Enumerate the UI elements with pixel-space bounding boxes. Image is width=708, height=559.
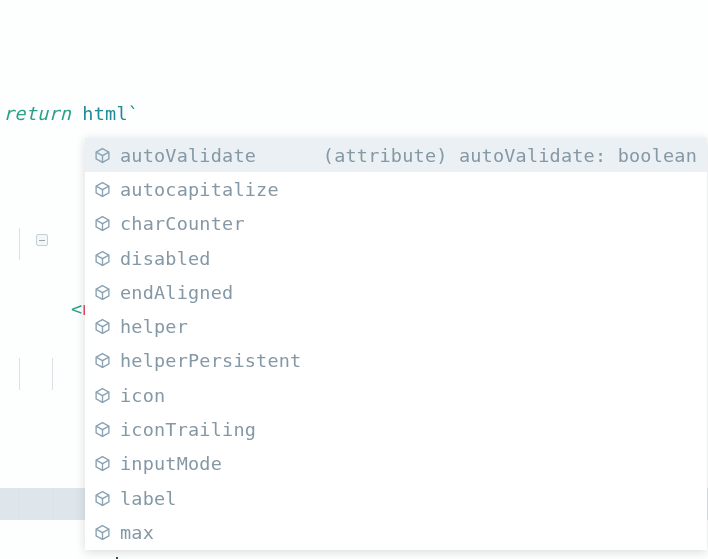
autocomplete-item-label: label [120, 488, 177, 509]
autocomplete-popup[interactable]: autoValidate(attribute) autoValidate: bo… [85, 138, 707, 550]
cube-icon [94, 250, 111, 267]
autocomplete-item-label: autoValidate [120, 145, 256, 166]
autocomplete-item-label: disabled [120, 248, 211, 269]
backtick: ` [128, 103, 139, 124]
indent-guide [19, 358, 20, 391]
autocomplete-item[interactable]: label [85, 481, 707, 515]
autocomplete-item[interactable]: helper [85, 309, 707, 343]
autocomplete-item[interactable]: iconTrailing [85, 412, 707, 446]
autocomplete-item-label: helper [120, 316, 188, 337]
autocomplete-item[interactable]: endAligned [85, 275, 707, 309]
cube-icon [94, 421, 111, 438]
cube-icon [94, 318, 111, 335]
autocomplete-item-label: helperPersistent [120, 350, 301, 371]
autocomplete-item-label: max [120, 522, 154, 543]
autocomplete-item[interactable]: autocapitalize [85, 172, 707, 206]
code-line[interactable]: return html` [0, 98, 708, 131]
autocomplete-item-label: endAligned [120, 282, 233, 303]
indent-guide [52, 358, 53, 391]
autocomplete-item-label: charCounter [120, 213, 245, 234]
cube-icon [94, 387, 111, 404]
autocomplete-item-label: inputMode [120, 453, 222, 474]
autocomplete-item[interactable]: autoValidate(attribute) autoValidate: bo… [85, 138, 707, 172]
indent-guide [19, 488, 20, 521]
cube-icon [94, 147, 111, 164]
cube-icon [94, 215, 111, 232]
keyword-return: return [3, 103, 71, 124]
cube-icon [94, 490, 111, 507]
autocomplete-item[interactable]: icon [85, 378, 707, 412]
autocomplete-item[interactable]: charCounter [85, 207, 707, 241]
cube-icon [94, 352, 111, 369]
indent-guide [19, 228, 20, 261]
autocomplete-item[interactable]: helperPersistent [85, 344, 707, 378]
autocomplete-item-label: icon [120, 385, 165, 406]
autocomplete-item-label: autocapitalize [120, 179, 279, 200]
cube-icon [94, 455, 111, 472]
autocomplete-item[interactable]: inputMode [85, 447, 707, 481]
cube-icon [94, 284, 111, 301]
autocomplete-item-label: iconTrailing [120, 419, 256, 440]
autocomplete-item[interactable]: max [85, 515, 707, 549]
tag-open-bracket: < [71, 298, 82, 319]
fold-marker-icon[interactable] [36, 234, 48, 246]
autocomplete-item[interactable]: disabled [85, 241, 707, 275]
indent-guide [52, 488, 53, 521]
func-html: html [71, 103, 128, 124]
autocomplete-item-detail: (attribute) autoValidate: boolean [323, 145, 707, 166]
cube-icon [94, 524, 111, 541]
cube-icon [94, 181, 111, 198]
